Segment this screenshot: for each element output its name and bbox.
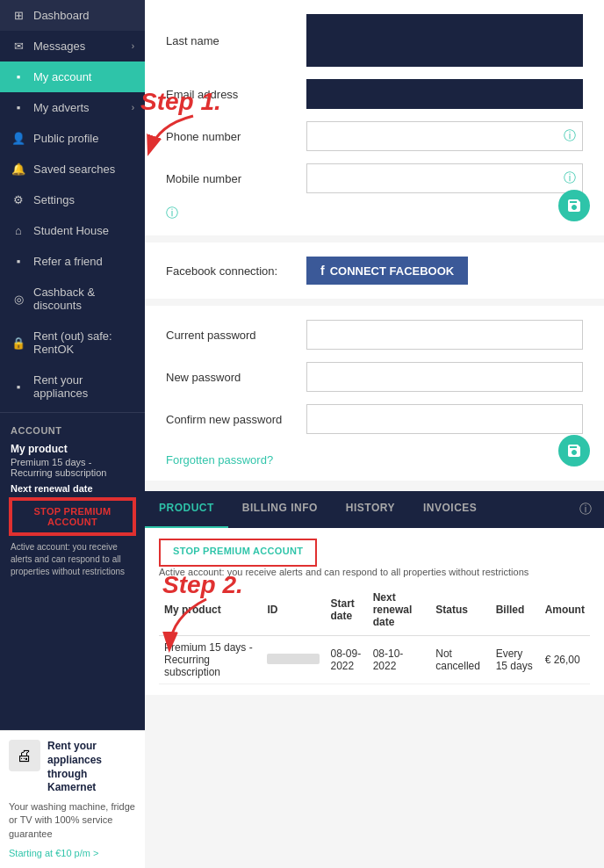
- sidebar-nav: ⊞ Dashboard ✉ Messages › ▪ My account ▪ …: [0, 0, 145, 730]
- cashback-icon: ◎: [11, 293, 26, 306]
- tab-billing[interactable]: BILLING INFO: [228, 491, 332, 528]
- last-name-row: Last name: [166, 14, 583, 67]
- tab-invoices[interactable]: INVOICES: [409, 491, 491, 528]
- product-description: Premium 15 days - Recurring subscription: [11, 457, 134, 478]
- account-icon: ▪: [11, 70, 26, 83]
- sidebar-item-cashback[interactable]: ◎ Cashback & discounts: [0, 277, 145, 321]
- sidebar-item-label: Dashboard: [33, 9, 134, 22]
- gear-icon: ⚙: [11, 193, 26, 206]
- sidebar-item-dashboard[interactable]: ⊞ Dashboard: [0, 0, 145, 31]
- info-icon-bottom: ⓘ: [166, 206, 178, 221]
- bottom-table-section: PRODUCT BILLING INFO HISTORY INVOICES ⓘ …: [145, 491, 604, 695]
- row-billed: Every 15 days: [491, 636, 540, 684]
- table-note: Active account: you receive alerts and c…: [159, 567, 590, 577]
- appliance-icon: 🖨: [9, 740, 40, 771]
- sidebar-item-rentok[interactable]: 🔒 Rent (out) safe: RentOK: [0, 321, 145, 365]
- main-content: Last name Email address Phone number ⓘ M…: [145, 0, 604, 868]
- facebook-section: Facebook connection: f CONNECT FACEBOOK: [145, 242, 604, 299]
- sidebar-item-label: Refer a friend: [33, 255, 134, 268]
- new-password-label: New password: [166, 371, 306, 384]
- forgotten-password-link[interactable]: Forgotten password?: [166, 453, 273, 467]
- sidebar-item-label: My adverts: [33, 101, 132, 114]
- profile-icon: 👤: [11, 132, 26, 145]
- save-icon: [566, 198, 582, 213]
- sidebar-item-label: Saved searches: [33, 163, 134, 176]
- row-product: Premium 15 days - Recurring subscription: [159, 636, 262, 684]
- stop-premium-button-sidebar[interactable]: STOP PREMIUM ACCOUNT: [11, 499, 134, 534]
- adverts-icon: ▪: [11, 101, 26, 114]
- tab-history[interactable]: HISTORY: [332, 491, 409, 528]
- sidebar-item-appliances[interactable]: ▪ Rent your appliances: [0, 365, 145, 409]
- password-section: Current password New password Confirm ne…: [145, 306, 604, 481]
- sidebar-item-saved-searches[interactable]: 🔔 Saved searches: [0, 154, 145, 184]
- sidebar-item-student-house[interactable]: ⌂ Student House: [0, 215, 145, 246]
- personal-info-form: Last name Email address Phone number ⓘ M…: [145, 0, 604, 235]
- mobile-label: Mobile number: [166, 172, 306, 185]
- confirm-password-label: Confirm new password: [166, 413, 306, 426]
- sidebar-item-label: Cashback & discounts: [33, 286, 134, 312]
- row-amount: € 26,00: [540, 636, 590, 684]
- col-product: My product: [159, 588, 262, 636]
- email-value: [306, 79, 583, 109]
- row-status: Not cancelled: [430, 636, 490, 684]
- mobile-input-wrapper: ⓘ: [306, 163, 583, 193]
- appliance-title: Rent your appliances through Kamernet: [47, 740, 136, 794]
- col-next-renewal: Next renewal date: [368, 588, 431, 636]
- product-table: My product ID Start date Next renewal da…: [159, 588, 590, 684]
- new-password-input[interactable]: [306, 362, 583, 392]
- home-icon: ⌂: [11, 224, 26, 237]
- table-content: STOP PREMIUM ACCOUNT Active account: you…: [145, 528, 604, 695]
- row-start-date: 08-09-2022: [325, 636, 367, 684]
- confirm-password-input[interactable]: [306, 404, 583, 434]
- row-id: [262, 636, 325, 684]
- current-password-label: Current password: [166, 329, 306, 342]
- sidebar-item-label: My account: [33, 70, 134, 83]
- product-label: My product: [11, 443, 134, 455]
- col-id: ID: [262, 588, 325, 636]
- bell-icon: 🔔: [11, 163, 26, 176]
- sidebar-item-label: Messages: [33, 40, 132, 53]
- col-billed: Billed: [491, 588, 540, 636]
- sidebar-item-label: Rent (out) safe: RentOK: [33, 329, 134, 356]
- sidebar: ⊞ Dashboard ✉ Messages › ▪ My account ▪ …: [0, 0, 145, 868]
- dashboard-icon: ⊞: [11, 9, 26, 22]
- arrow-icon: ›: [132, 41, 134, 51]
- sidebar-item-my-adverts[interactable]: ▪ My adverts ›: [0, 92, 145, 123]
- col-status: Status: [430, 588, 490, 636]
- stop-premium-button-table[interactable]: STOP PREMIUM ACCOUNT: [161, 540, 315, 561]
- current-password-row: Current password: [166, 320, 583, 350]
- info-icon-phone: ⓘ: [564, 128, 576, 144]
- info-icon-mobile: ⓘ: [564, 170, 576, 186]
- table-info-icon[interactable]: ⓘ: [567, 491, 604, 528]
- phone-input[interactable]: [306, 121, 583, 151]
- sidebar-item-messages[interactable]: ✉ Messages ›: [0, 31, 145, 61]
- facebook-label: Facebook connection:: [166, 264, 306, 278]
- appliance-desc: Your washing machine, fridge or TV with …: [9, 800, 136, 841]
- phone-row: Phone number ⓘ: [166, 121, 583, 151]
- sidebar-item-settings[interactable]: ⚙ Settings: [0, 184, 145, 215]
- sidebar-item-refer-friend[interactable]: ▪ Refer a friend: [0, 246, 145, 277]
- save-personal-info-button[interactable]: [558, 190, 590, 221]
- messages-icon: ✉: [11, 40, 26, 53]
- col-amount: Amount: [540, 588, 590, 636]
- confirm-password-row: Confirm new password: [166, 404, 583, 434]
- last-name-value: [306, 14, 583, 67]
- sidebar-item-label: Rent your appliances: [33, 373, 134, 400]
- appliance-link[interactable]: Starting at €10 p/m >: [9, 848, 98, 858]
- tab-product[interactable]: PRODUCT: [145, 491, 228, 528]
- sidebar-item-public-profile[interactable]: 👤 Public profile: [0, 123, 145, 154]
- facebook-btn-label: CONNECT FACEBOOK: [330, 264, 455, 278]
- table-row: Premium 15 days - Recurring subscription…: [159, 636, 590, 684]
- email-row: Email address: [166, 79, 583, 109]
- table-tabs: PRODUCT BILLING INFO HISTORY INVOICES ⓘ: [145, 491, 604, 528]
- mobile-input[interactable]: [306, 163, 583, 193]
- email-label: Email address: [166, 88, 306, 101]
- save-password-button[interactable]: [558, 435, 590, 467]
- phone-label: Phone number: [166, 130, 306, 143]
- current-password-input[interactable]: [306, 320, 583, 350]
- refer-icon: ▪: [11, 255, 26, 268]
- sidebar-item-my-account[interactable]: ▪ My account: [0, 61, 145, 92]
- appliances-icon: ▪: [11, 380, 26, 394]
- sidebar-item-label: Public profile: [33, 132, 134, 145]
- connect-facebook-button[interactable]: f CONNECT FACEBOOK: [306, 257, 468, 285]
